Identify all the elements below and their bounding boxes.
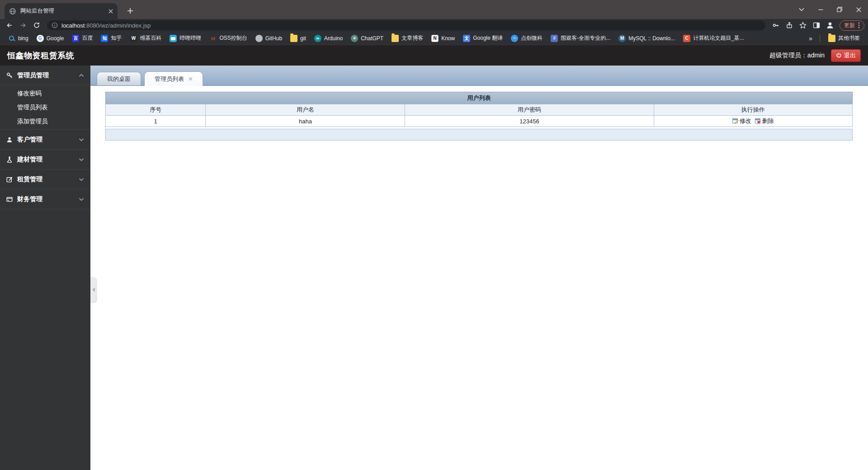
menu-dots-icon[interactable] [858, 22, 860, 28]
bookmark-item[interactable]: 文章博客 [388, 33, 427, 43]
bookmark-label: 百度 [82, 34, 93, 42]
bookmarks-divider [820, 35, 820, 42]
url-text: localhost:8080/wz/admin/index.jsp [61, 22, 151, 29]
bookmark-star-icon[interactable] [797, 19, 809, 31]
edit-link[interactable]: 修改 [732, 117, 751, 125]
sidebar-item-label: 财务管理 [17, 195, 74, 203]
reload-icon[interactable] [31, 19, 42, 31]
app-title: 恒鑫物资租赁系统 [7, 50, 74, 61]
update-label: 更新 [844, 22, 855, 29]
sidebar-nav: 管理员管理修改密码管理员列表添加管理员客户管理建材管理租赁管理财务管理 [0, 66, 90, 470]
bookmark-item[interactable]: MMySQL :: Downlo... [615, 33, 679, 43]
bookmark-item[interactable]: GitHub [252, 33, 286, 43]
tab-close-icon[interactable] [189, 77, 193, 81]
bookmark-item[interactable]: ∞Arduino [311, 33, 346, 43]
user-icon [6, 136, 13, 143]
chevron-down-icon [79, 158, 84, 161]
window-controls [792, 0, 868, 19]
bookmark-label: 维基百科 [140, 34, 161, 42]
side-panel-icon[interactable] [811, 19, 822, 31]
notion-icon: N [431, 35, 439, 42]
bookmark-label: git [300, 35, 306, 42]
bookmark-item[interactable]: #围观客-全面专业的... [547, 33, 614, 43]
github-icon [255, 35, 263, 42]
search-icon [8, 35, 15, 42]
tab-search-chevron-icon[interactable] [792, 0, 811, 19]
sidebar-item-lease[interactable]: 租赁管理 [0, 169, 90, 189]
sidebar-item-admin[interactable]: 管理员管理 [0, 66, 90, 85]
chatgpt-icon: ✳ [351, 35, 358, 42]
share-icon[interactable] [783, 19, 795, 31]
cell-actions: 修改 删除 [654, 116, 852, 127]
chevron-down-icon [79, 197, 84, 201]
password-key-icon[interactable] [770, 19, 782, 31]
wikipedia-icon: W [130, 35, 137, 42]
bookmark-item[interactable]: C计算机论文题目_基... [679, 33, 748, 43]
dianchuang-icon: ~ [511, 35, 518, 42]
delete-link[interactable]: 删除 [755, 117, 774, 125]
bookmark-label: GitHub [265, 35, 282, 42]
sidebar-item-customer[interactable]: 客户管理 [0, 130, 90, 150]
globe-favicon-icon [9, 8, 16, 15]
browser-tab[interactable]: 网站后台管理 [5, 3, 118, 19]
bookmark-item[interactable]: NKnow [428, 33, 458, 43]
tab-admin-list[interactable]: 管理员列表 [144, 71, 203, 86]
bookmark-item[interactable]: 文Google 翻译 [459, 33, 506, 43]
baidu-icon: 百 [72, 35, 79, 42]
sidebar-item-admin-list[interactable]: 管理员列表 [0, 100, 90, 114]
bookmark-item[interactable]: (-)OSS控制台 [206, 33, 250, 43]
browser-window: 网站后台管理 [0, 0, 868, 470]
chevron-down-icon [79, 178, 84, 181]
back-icon[interactable] [4, 19, 15, 31]
flask-icon [6, 156, 13, 163]
restore-button[interactable] [830, 0, 849, 19]
sidebar-collapse-handle[interactable] [90, 277, 96, 302]
header-user-area: 超级管理员：admin 退出 [769, 49, 861, 62]
bookmark-item[interactable]: bing [5, 33, 32, 43]
logged-in-user: 超级管理员：admin [769, 52, 825, 60]
power-icon [836, 52, 842, 58]
bookmark-item[interactable]: git [287, 33, 310, 43]
chrome-update-button[interactable]: 更新 [840, 20, 864, 31]
page-tabstrip: 我的桌面 管理员列表 [90, 66, 868, 86]
bookmark-label: ChatGPT [361, 35, 383, 42]
logout-button[interactable]: 退出 [831, 49, 861, 62]
bookmark-item[interactable]: 知知乎 [97, 33, 125, 43]
tab-close-icon[interactable] [108, 9, 113, 14]
sidebar-item-add-admin[interactable]: 添加管理员 [0, 114, 90, 128]
new-tab-button[interactable] [124, 5, 137, 17]
oss-icon: (-) [209, 35, 217, 42]
col-username: 用户名 [206, 104, 405, 116]
sidebar-item-change-password[interactable]: 修改密码 [0, 86, 90, 100]
page-content: 用户列表 序号 用户名 用户密码 执行操作 [90, 86, 868, 470]
forward-icon[interactable] [17, 19, 29, 31]
address-bar[interactable]: localhost:8080/wz/admin/index.jsp [47, 20, 765, 30]
browser-frame-bar: 网站后台管理 [0, 0, 868, 19]
other-bookmarks-label: 其他书签 [838, 34, 860, 42]
bookmark-item[interactable]: 哔哩哔哩 [166, 33, 205, 43]
cell-no: 1 [106, 116, 206, 127]
sidebar-item-label: 客户管理 [17, 136, 74, 144]
bookmarks-bar: bingGGoogle百百度知知乎W维基百科哔哩哔哩(-)OSS控制台GitHu… [0, 32, 868, 45]
close-window-button[interactable] [849, 0, 868, 19]
bookmark-label: Google [47, 35, 64, 42]
sidebar-item-label: 建材管理 [17, 155, 74, 164]
sidebar-item-finance[interactable]: 财务管理 [0, 189, 90, 209]
sidebar-item-label: 管理员管理 [17, 71, 74, 80]
browser-tab-title: 网站后台管理 [20, 7, 104, 15]
google-icon: G [37, 35, 44, 42]
tab-my-desktop[interactable]: 我的桌面 [97, 72, 141, 85]
bookmark-item[interactable]: 百百度 [68, 33, 96, 43]
bookmark-item[interactable]: W维基百科 [126, 33, 165, 43]
minimize-button[interactable] [811, 0, 830, 19]
bookmarks-overflow-chevron[interactable]: » [806, 35, 815, 42]
bookmark-item[interactable]: GGoogle [33, 33, 68, 43]
bookmark-item[interactable]: ✳ChatGPT [347, 33, 387, 43]
other-bookmarks-button[interactable]: 其他书签 [825, 33, 863, 43]
profile-avatar-icon[interactable] [824, 19, 836, 31]
site-info-icon[interactable] [52, 22, 58, 28]
card-icon [6, 196, 13, 202]
col-password: 用户密码 [405, 104, 654, 116]
sidebar-item-material[interactable]: 建材管理 [0, 150, 90, 169]
bookmark-item[interactable]: ~点创微科 [507, 33, 546, 43]
